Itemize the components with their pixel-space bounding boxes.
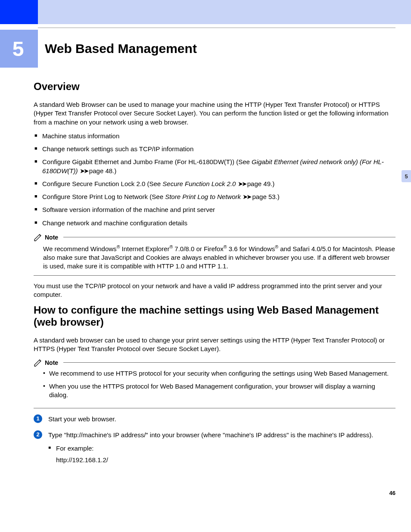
step-text: Start your web browser. [48,415,116,423]
cross-ref-link[interactable]: Secure Function Lock 2.0 [162,180,236,187]
page-content: Overview A standard Web Browser can be u… [0,68,411,506]
note-rule [63,237,395,237]
note-header: Note [34,233,395,241]
note-bullet: We recommend to use HTTPS protocol for y… [43,369,395,378]
header-accent-light [38,0,411,24]
step-item: 2 Type "http://machine's IP address/" in… [34,430,395,464]
bullet-item: Configure Gigabit Ethernet and Jumbo Fra… [34,158,395,175]
bullet-text-post: page 53.) [250,193,280,200]
note-block: Note We recommend Windows® Internet Expl… [34,233,395,276]
page-number: 46 [389,490,395,496]
chapter-title: Web Based Management [45,41,197,56]
note-body: We recommend to use HTTPS protocol for y… [34,369,395,400]
note-icon [34,233,42,241]
arrow-icon: ➤➤ [243,193,250,200]
bullet-item: Configure Secure Function Lock 2.0 (See … [34,180,395,188]
step-number-badge: 1 [34,414,42,423]
bullet-text: Configure Store Print Log to Network (Se… [42,193,165,200]
bullet-item: Change network and machine configuration… [34,219,395,227]
example-label: For example: [48,444,395,453]
chapter-header: 5 Web Based Management [38,28,395,68]
bullet-item: Change network settings such as TCP/IP i… [34,145,395,153]
example-url: http://192.168.1.2/ [56,455,395,464]
bullet-text: Configure Secure Function Lock 2.0 (See [42,180,162,187]
step-text: Type "http://machine's IP address/" into… [48,431,373,439]
note-bullet: When you use the HTTPS protocol for Web … [43,382,395,400]
note-header: Note [34,359,395,367]
howto-heading: How to configure the machine settings us… [34,304,395,328]
chapter-number-tab: 5 [0,30,38,68]
bullet-item: Machine status information [34,132,395,140]
overview-closing: You must use the TCP/IP protocol on your… [34,282,395,299]
bullet-item: Software version information of the mach… [34,205,395,214]
header-accent-blue [0,0,38,24]
cross-ref-link[interactable]: Store Print Log to Network [165,193,241,200]
note-label: Note [45,359,58,366]
overview-intro: A standard Web Browser can be used to ma… [34,100,395,127]
bullet-item: Configure Store Print Log to Network (Se… [34,193,395,201]
note-block: Note We recommend to use HTTPS protocol … [34,359,395,409]
arrow-icon: ➤➤ [238,180,246,187]
step-item: 1 Start your web browser. [34,414,395,423]
bullet-text-post: page 48.) [87,167,117,174]
note-rule [63,362,395,363]
arrow-icon: ➤➤ [80,167,87,174]
howto-steps: 1 Start your web browser. 2 Type "http:/… [34,414,395,464]
bullet-text: Configure Gigabit Ethernet and Jumbo Fra… [42,158,252,165]
note-label: Note [45,234,58,241]
side-chapter-tab[interactable]: 5 [402,170,411,182]
step-number-badge: 2 [34,430,42,439]
header-strip [0,0,411,24]
howto-intro: A standard web browser can be used to ch… [34,336,395,354]
overview-bullet-list: Machine status information Change networ… [34,132,395,227]
note-body: We recommend Windows® Internet Explorer®… [34,244,395,271]
overview-heading: Overview [34,81,395,93]
note-icon [34,359,42,367]
bullet-text-post: page 49.) [246,180,275,187]
